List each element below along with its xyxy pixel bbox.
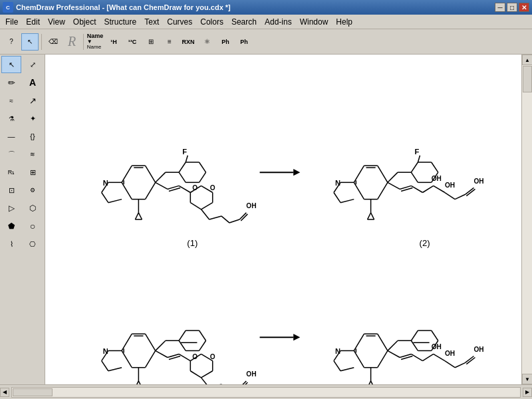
- menu-item-edit[interactable]: Edit: [22, 16, 44, 28]
- tool-query[interactable]: ⊡: [1, 182, 21, 199]
- tool-stereo[interactable]: ≋: [23, 146, 43, 163]
- left-toolbar: ↖ ⤢ ✏ A ≈ ↗ ⚗ ✦ — {} ⌒ ≋ R₁ ⊞ ⊡ ⚙: [0, 55, 45, 384]
- canvas-area[interactable]: N F: [45, 55, 521, 384]
- svg-line-24: [179, 172, 186, 182]
- maximize-button[interactable]: □: [507, 3, 517, 12]
- svg-line-30: [179, 186, 190, 192]
- svg-line-80: [423, 186, 434, 192]
- tool-bond-arrow[interactable]: ↗: [23, 92, 43, 109]
- main-layout: ↖ ⤢ ✏ A ≈ ↗ ⚗ ✦ — {} ⌒ ≋ R₁ ⊞ ⊡ ⚙: [0, 55, 532, 384]
- svg-text:OH: OH: [473, 178, 483, 185]
- scroll-track[interactable]: [522, 65, 532, 374]
- svg-text:F: F: [414, 148, 419, 156]
- menu-item-view[interactable]: View: [44, 16, 69, 28]
- menu-item-text[interactable]: Text: [140, 16, 163, 28]
- svg-line-95: [122, 350, 132, 367]
- svg-text:N: N: [103, 179, 108, 187]
- svg-marker-137: [293, 334, 300, 340]
- toolbar-mol-btn[interactable]: ⚛: [198, 33, 215, 51]
- tool-pencil[interactable]: ✏: [1, 74, 21, 91]
- menu-item-object[interactable]: Object: [69, 16, 100, 28]
- tool-bond-wavy[interactable]: ≈: [1, 92, 21, 109]
- h-scrollbar[interactable]: [11, 387, 521, 398]
- menu-item-curves[interactable]: Curves: [163, 16, 196, 28]
- svg-line-138: [354, 334, 364, 350]
- toolbar-help-btn[interactable]: ?: [3, 33, 20, 51]
- svg-line-3: [145, 182, 155, 199]
- menu-bar: FileEditViewObjectStructureTextCurvesCol…: [0, 15, 532, 29]
- svg-line-60: [340, 200, 354, 203]
- svg-line-76: [388, 182, 400, 189]
- tool-select[interactable]: ↖: [1, 56, 21, 73]
- menu-item-search[interactable]: Search: [227, 16, 261, 28]
- svg-line-17: [156, 172, 166, 182]
- svg-text:F: F: [182, 148, 187, 156]
- svg-text:O: O: [210, 353, 215, 360]
- tool-shape[interactable]: ⎔: [23, 235, 43, 253]
- toolbar-ph2-btn[interactable]: Ph: [235, 33, 253, 51]
- tool-pent[interactable]: ⬟: [1, 217, 21, 235]
- menu-item-file[interactable]: File: [1, 16, 22, 28]
- svg-line-90: [122, 334, 132, 350]
- tool-text[interactable]: A: [23, 74, 43, 91]
- svg-line-107: [156, 340, 166, 350]
- svg-text:(2): (2): [420, 238, 430, 248]
- title-bar: C ChemDraw Professional - [What can Chem…: [0, 0, 532, 15]
- h-scroll-thumb[interactable]: [13, 388, 53, 396]
- tool-arrow[interactable]: ▷: [1, 200, 21, 217]
- menu-item-window[interactable]: Window: [296, 16, 332, 28]
- svg-line-51: [378, 166, 388, 182]
- svg-text:OH: OH: [432, 343, 442, 350]
- toolbar-ph-btn[interactable]: Ph: [217, 33, 234, 51]
- toolbar-name-btn[interactable]: Name ▼ Name: [86, 33, 104, 51]
- toolbar-calc-btn[interactable]: ≡: [161, 33, 178, 51]
- svg-line-149: [340, 368, 354, 371]
- scroll-left-btn[interactable]: ◀: [0, 388, 9, 397]
- tool-hex[interactable]: ⬡: [23, 200, 43, 217]
- close-button[interactable]: ✕: [519, 3, 529, 12]
- svg-line-170: [434, 354, 445, 360]
- svg-line-111: [199, 331, 205, 340]
- toolbar-nmr13-btn[interactable]: ¹³C: [124, 33, 141, 51]
- svg-line-116: [156, 350, 168, 357]
- right-scrollbar: ▲ ▼: [521, 55, 532, 384]
- tool-atommap[interactable]: ⚙: [23, 182, 43, 199]
- menu-item-help[interactable]: Help: [332, 16, 356, 28]
- svg-line-2: [145, 166, 155, 182]
- menu-item-add-ins[interactable]: Add-ins: [261, 16, 296, 28]
- svg-line-153: [371, 381, 374, 384]
- svg-line-92: [145, 334, 155, 350]
- tool-arc[interactable]: ⌒: [1, 146, 21, 163]
- scroll-thumb[interactable]: [523, 66, 532, 92]
- toolbar-rxn-btn[interactable]: RXN: [180, 33, 197, 51]
- scroll-down-btn[interactable]: ▼: [522, 374, 532, 384]
- svg-line-34: [201, 203, 213, 209]
- svg-line-132: [239, 381, 246, 384]
- menu-item-colors[interactable]: Colors: [196, 16, 227, 28]
- svg-line-109: [179, 331, 186, 340]
- tool-curve[interactable]: ⌇: [1, 235, 21, 253]
- toolbar-r-label: R: [63, 33, 80, 51]
- toolbar-table-btn[interactable]: ⊞: [142, 33, 160, 51]
- scroll-right-btn[interactable]: ▶: [523, 388, 532, 397]
- svg-line-13: [135, 213, 138, 219]
- h-scroll-track[interactable]: [12, 388, 520, 397]
- scroll-up-btn[interactable]: ▲: [522, 55, 532, 65]
- title-bar-controls: ─ □ ✕: [495, 3, 529, 12]
- toolbar-eraser-btn[interactable]: ⌫: [45, 33, 62, 51]
- tool-bracket[interactable]: {}: [23, 128, 43, 145]
- tool-rgroup[interactable]: R₁: [1, 164, 21, 181]
- tool-circle[interactable]: ○: [23, 217, 43, 235]
- minimize-button[interactable]: ─: [495, 3, 505, 12]
- svg-line-11: [108, 200, 122, 203]
- menu-item-structure[interactable]: Structure: [100, 16, 141, 28]
- tool-lasso[interactable]: ⤢: [23, 56, 43, 73]
- toolbar-select-btn[interactable]: ↖: [21, 33, 39, 51]
- tool-chain[interactable]: ⚗: [1, 110, 21, 127]
- tool-bond-bold[interactable]: —: [1, 128, 21, 145]
- toolbar-nmr1-btn[interactable]: ¹H: [105, 33, 122, 51]
- svg-line-79: [411, 186, 422, 192]
- svg-line-123: [201, 371, 213, 378]
- tool-table[interactable]: ⊞: [23, 164, 43, 181]
- tool-bond-double[interactable]: ✦: [23, 110, 43, 127]
